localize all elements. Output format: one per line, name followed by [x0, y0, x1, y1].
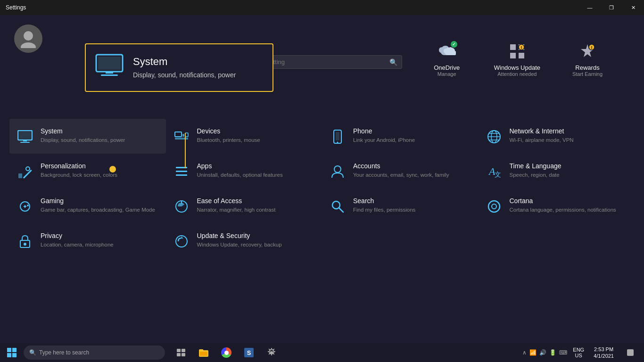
taskbar-search[interactable]: 🔍 Type here to search — [24, 346, 165, 360]
svg-point-48 — [492, 204, 496, 209]
svg-point-50 — [24, 243, 26, 246]
svg-rect-20 — [182, 134, 184, 137]
svg-rect-32 — [18, 173, 22, 178]
svg-rect-15 — [19, 132, 31, 139]
preview-title: System — [133, 56, 236, 68]
start-button[interactable] — [2, 343, 21, 362]
settings-item-update-security[interactable]: Update & Security Windows Update, recove… — [166, 223, 322, 258]
app-icon-blue[interactable]: S — [240, 344, 258, 362]
connector-dot — [109, 166, 116, 173]
apps-icon — [173, 163, 190, 180]
svg-rect-16 — [23, 140, 27, 141]
svg-rect-2 — [510, 44, 516, 50]
cortana-title: Cortana — [510, 197, 616, 205]
quick-windows-update[interactable]: ! Windows Update Attention needed — [494, 41, 540, 77]
time-title: Time & Language — [510, 162, 561, 170]
taskbar-search-text: Type here to search — [39, 349, 89, 356]
svg-text:!: ! — [591, 45, 593, 50]
devices-icon — [173, 128, 190, 145]
accounts-text: Accounts Your accounts, email, sync, wor… — [353, 162, 449, 179]
ease-title: Ease of Access — [197, 197, 276, 205]
taskbar-clock[interactable]: 2:53 PM 4/1/2021 — [590, 346, 618, 360]
svg-line-46 — [339, 208, 343, 212]
apps-desc: Uninstall, defaults, optional features — [197, 171, 283, 179]
settings-item-ease[interactable]: Ease of Access Narrator, magnifier, high… — [166, 189, 322, 223]
gaming-desc: Game bar, captures, broadcasting, Game M… — [41, 206, 155, 214]
taskbar-right: ∧ 📶 🔊 🔋 ⌨ ENG US 2:53 PM 4/1/2021 — [522, 344, 642, 362]
taskbar: 🔍 Type here to search — [0, 343, 644, 362]
rewards-label: Rewards — [575, 64, 599, 71]
settings-item-search[interactable]: Search Find my files, permissions — [322, 189, 479, 223]
network-title: Network & Internet — [510, 127, 574, 135]
notification-center-button[interactable] — [621, 344, 639, 362]
language-code: ENG — [573, 347, 584, 353]
svg-point-0 — [24, 31, 33, 41]
network-icon — [486, 128, 503, 145]
phone-text: Phone Link your Android, iPhone — [353, 127, 415, 144]
settings-item-devices[interactable]: Devices Bluetooth, printers, mouse — [166, 119, 322, 154]
search-text: Search Find my files, permissions — [353, 197, 415, 214]
preview-desc: Display, sound, notifications, power — [133, 71, 236, 80]
task-view-button[interactable] — [172, 344, 190, 362]
svg-rect-57 — [200, 352, 207, 356]
ease-desc: Narrator, magnifier, high contrast — [197, 206, 276, 214]
quick-onedrive[interactable]: ✓ OneDrive Manage — [428, 41, 466, 77]
gaming-text: Gaming Game bar, captures, broadcasting,… — [41, 197, 155, 214]
svg-rect-5 — [519, 53, 524, 58]
settings-item-apps[interactable]: Apps Uninstall, defaults, optional featu… — [166, 154, 322, 189]
system-desc: Display, sound, notifications, power — [41, 136, 125, 144]
svg-rect-17 — [20, 142, 30, 143]
close-button[interactable]: ✕ — [622, 0, 644, 15]
tray-volume[interactable]: 🔊 — [539, 349, 546, 356]
chrome-button[interactable] — [217, 344, 235, 362]
onedrive-badge: ✓ — [451, 41, 457, 48]
file-explorer-button[interactable] — [195, 344, 213, 362]
settings-item-system[interactable]: System Display, sound, notifications, po… — [9, 119, 166, 154]
time-text: Time & Language Speech, region, date — [510, 162, 561, 179]
settings-item-gaming[interactable]: Gaming Game bar, captures, broadcasting,… — [9, 189, 166, 223]
app-title: Settings — [6, 4, 26, 11]
search-title: Search — [353, 197, 415, 205]
svg-marker-52 — [182, 236, 183, 239]
svg-rect-61 — [627, 349, 634, 356]
settings-grid: System Display, sound, notifications, po… — [0, 114, 644, 263]
settings-item-time[interactable]: A 文 Time & Language Speech, region, date — [479, 154, 635, 189]
svg-rect-4 — [510, 53, 516, 58]
personalization-desc: Background, lock screen, colors — [41, 171, 117, 179]
svg-rect-54 — [182, 349, 185, 352]
settings-taskbar-button[interactable] — [263, 344, 281, 362]
svg-rect-19 — [175, 138, 188, 140]
onedrive-sublabel: Manage — [438, 71, 456, 77]
svg-rect-35 — [176, 174, 187, 176]
taskbar-date-display: 4/1/2021 — [594, 353, 614, 359]
quick-access-bar: ✓ OneDrive Manage ! Windows Update Atten… — [428, 41, 606, 77]
settings-item-personalization[interactable]: Personalization Background, lock screen,… — [9, 154, 166, 189]
windows-update-sublabel: Attention needed — [497, 71, 537, 77]
phone-title: Phone — [353, 127, 415, 135]
settings-item-phone[interactable]: Phone Link your Android, iPhone — [322, 119, 479, 154]
tray-keyboard: ⌨ — [559, 349, 567, 356]
taskbar-time-display: 2:53 PM — [594, 346, 613, 353]
svg-point-1 — [21, 42, 36, 48]
settings-item-cortana[interactable]: Cortana Cortana language, permissions, n… — [479, 189, 635, 223]
svg-rect-18 — [175, 132, 182, 137]
svg-point-36 — [334, 166, 341, 173]
settings-item-network[interactable]: Network & Internet Wi-Fi, airplane mode,… — [479, 119, 635, 154]
update-security-desc: Windows Update, recovery, backup — [197, 241, 282, 248]
system-text: System Display, sound, notifications, po… — [41, 127, 125, 144]
phone-icon — [329, 128, 346, 145]
svg-rect-13 — [101, 74, 118, 76]
personalization-icon — [17, 163, 33, 180]
update-security-text: Update & Security Windows Update, recove… — [197, 232, 282, 248]
maximize-button[interactable]: ❐ — [601, 0, 622, 15]
preview-text: System Display, sound, notifications, po… — [133, 56, 236, 80]
window-controls: — ❐ ✕ — [579, 0, 644, 15]
tray-arrow[interactable]: ∧ — [522, 349, 527, 356]
system-tray: ∧ 📶 🔊 🔋 ⌨ — [522, 349, 567, 356]
gaming-title: Gaming — [41, 197, 155, 205]
quick-rewards[interactable]: ! Rewards Start Earning — [569, 41, 606, 77]
minimize-button[interactable]: — — [579, 0, 601, 15]
settings-item-accounts[interactable]: Accounts Your accounts, email, sync, wor… — [322, 154, 479, 189]
apps-text: Apps Uninstall, defaults, optional featu… — [197, 162, 283, 179]
settings-item-privacy[interactable]: Privacy Location, camera, microphone — [9, 223, 166, 258]
